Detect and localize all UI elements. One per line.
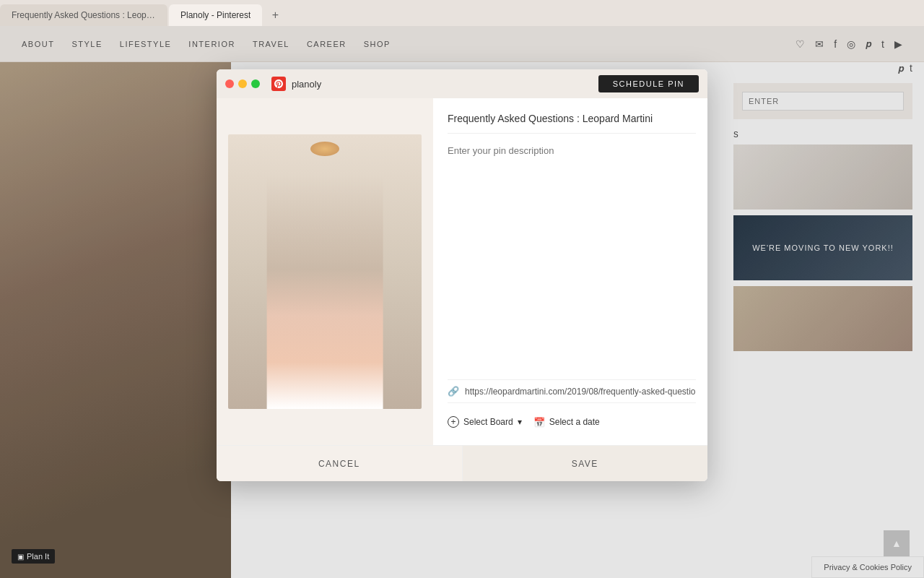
chevron-down-icon: ▾ xyxy=(518,417,522,427)
select-board-button[interactable]: + Select Board ▾ xyxy=(448,413,522,431)
select-date-label: Select a date xyxy=(549,417,600,427)
planoly-app-icon xyxy=(271,77,286,91)
image-decoration-top xyxy=(310,142,339,156)
dialog-body: Frequently Asked Questions : Leopard Mar… xyxy=(217,98,707,445)
schedule-pin-button[interactable]: SCHEDULE PIN xyxy=(598,75,699,92)
link-icon: 🔗 xyxy=(448,386,459,397)
new-tab-button[interactable]: + xyxy=(265,6,285,26)
tab-bar: Frequently Asked Questions : Leopard Mar… xyxy=(0,0,924,26)
browser-chrome: Frequently Asked Questions : Leopard Mar… xyxy=(0,0,924,27)
pin-image-preview xyxy=(228,134,422,409)
dialog-footer: CANCEL SAVE xyxy=(217,445,707,481)
minimize-button[interactable] xyxy=(238,79,247,88)
dialog-image-panel xyxy=(217,98,433,445)
tab-planoly[interactable]: Planoly - Pinterest xyxy=(169,4,262,26)
dialog-form-panel: Frequently Asked Questions : Leopard Mar… xyxy=(433,98,707,445)
tab-faq-title: Frequently Asked Questions : Leopard Mar… xyxy=(12,10,156,20)
tab-planoly-title: Planoly - Pinterest xyxy=(180,10,250,20)
pin-description-textarea[interactable] xyxy=(448,144,696,202)
pinterest-p-icon xyxy=(274,79,283,88)
select-board-label: Select Board xyxy=(463,417,513,427)
close-button[interactable] xyxy=(225,79,234,88)
traffic-lights xyxy=(225,79,260,88)
pin-description-field xyxy=(448,144,696,369)
image-person xyxy=(267,176,383,409)
calendar-icon: 📅 xyxy=(533,417,545,428)
dialog-titlebar: planoly SCHEDULE PIN xyxy=(217,69,707,98)
dialog-app-name: planoly xyxy=(292,79,321,90)
save-button[interactable]: SAVE xyxy=(462,446,708,481)
pin-url-row: 🔗 https://leopardmartini.com/2019/08/fre… xyxy=(448,379,696,403)
maximize-button[interactable] xyxy=(251,79,260,88)
pin-title: Frequently Asked Questions : Leopard Mar… xyxy=(448,113,696,134)
tab-faq[interactable]: Frequently Asked Questions : Leopard Mar… xyxy=(0,4,167,26)
cancel-button[interactable]: CANCEL xyxy=(217,446,462,481)
pin-url-text: https://leopardmartini.com/2019/08/frequ… xyxy=(465,387,696,397)
select-date-button[interactable]: 📅 Select a date xyxy=(533,414,600,431)
pin-controls: + Select Board ▾ 📅 Select a date xyxy=(448,413,696,431)
planoly-dialog: planoly SCHEDULE PIN Frequently Asked Qu… xyxy=(217,69,707,481)
plus-icon: + xyxy=(448,416,459,428)
